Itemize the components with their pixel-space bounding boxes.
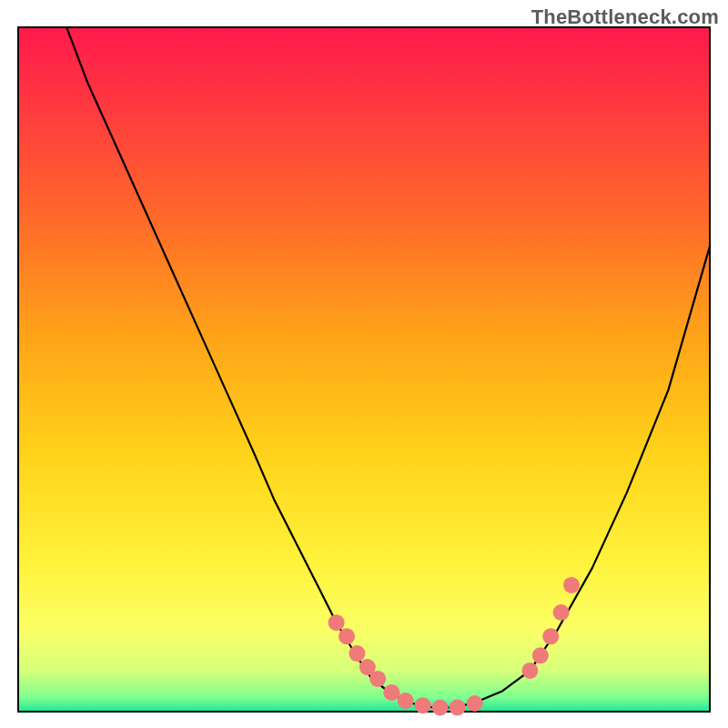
watermark-text: TheBottleneck.com [531,5,719,29]
highlight-dot [542,628,559,644]
plot-area [18,27,710,712]
highlight-dot [415,697,431,713]
highlight-dot [450,700,466,716]
highlight-dot [398,693,414,709]
highlight-dot [369,671,386,687]
highlight-dot [563,577,580,593]
highlight-dot [553,604,570,621]
chart-container: TheBottleneck.com [0,0,728,728]
highlight-dot [432,700,449,716]
highlight-dot [383,684,399,701]
highlight-dot [532,647,549,663]
chart-svg [0,0,728,728]
highlight-dot [329,614,345,631]
highlight-dot [521,662,538,679]
highlight-dot [349,645,365,662]
highlight-dot [339,628,355,644]
highlight-dot [467,695,483,712]
